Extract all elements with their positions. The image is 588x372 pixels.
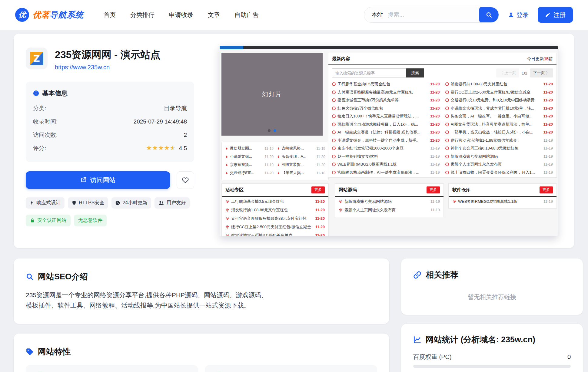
hot-item[interactable]: 小说爆文掘... 11-20 bbox=[225, 153, 274, 161]
section-item[interactable]: 浦发银行抽1.08-88元支付宝红包 11-20 bbox=[225, 206, 325, 214]
search-scope-select[interactable]: 本站 bbox=[364, 11, 388, 19]
nav-link[interactable]: 文章 bbox=[208, 11, 220, 19]
hot-item-date: 11-20 bbox=[264, 155, 274, 159]
latest-columns: 工行鹏华基金抽0.5元现金红包 11-20 支付宝语音唤醒服务抽最高88元支付宝… bbox=[328, 79, 556, 179]
latest-item[interactable]: 神州车友会周三抽0.18-88.8元微信红包 11-19 bbox=[445, 144, 553, 153]
nav-link[interactable]: 申请收录 bbox=[169, 11, 193, 19]
latest-item-date: 11-20 bbox=[430, 114, 440, 118]
new-icon bbox=[445, 91, 449, 94]
latest-item[interactable]: 小说推文实拍玩法，零成本零门槛10元/单，轻... 11-20 bbox=[445, 104, 553, 113]
section-item[interactable]: 工行鹏华基金抽0.5元现金红包 11-20 bbox=[225, 197, 325, 206]
latest-item[interactable]: 浦发银行抽1.08-88元支付宝红包 11-20 bbox=[445, 80, 553, 88]
gem-icon bbox=[225, 200, 229, 203]
latest-pagination: 〈 上一页 1/2 下一页 〉 bbox=[496, 68, 553, 77]
latest-item-date: 11-19 bbox=[543, 162, 553, 166]
security-badges: 安全认证网站 无恶意软件 bbox=[26, 215, 194, 226]
site-logo[interactable]: 优 优茗导航系统 bbox=[15, 8, 84, 22]
prev-page-button[interactable]: 〈 上一页 bbox=[496, 68, 519, 77]
rating-label: 评分: bbox=[33, 144, 46, 152]
latest-item[interactable]: 新版游戏账号交易网站源码 11-19 bbox=[445, 153, 553, 161]
main-nav: 首页分类排行申请收录文章自助广告 bbox=[104, 11, 259, 19]
badge-label: 24小时更新 bbox=[122, 200, 147, 206]
site-url-link[interactable]: https://www.235w.cn bbox=[55, 64, 110, 71]
hot-item[interactable]: 头条变现，A... 11-20 bbox=[277, 153, 325, 161]
more-button[interactable]: 更多 bbox=[427, 186, 440, 193]
latest-item[interactable]: 线上旧衣回收，闲置变黄金环保又利民，月入1... 11-19 bbox=[445, 169, 553, 177]
latest-item[interactable]: 蜜雪冰城雪王币抽3万份奶茶免单券 11-20 bbox=[332, 96, 440, 104]
section-item[interactable]: 新版游戏账号交易网站源码 11-19 bbox=[339, 197, 440, 206]
latest-item[interactable]: 素颜个人主页网址永久发布页 11-19 bbox=[445, 160, 553, 169]
latest-item-date: 11-20 bbox=[430, 138, 440, 143]
site-favicon: Z bbox=[26, 48, 48, 69]
stat-line: 百度权重 (PC) 0 bbox=[413, 353, 571, 361]
section-item[interactable]: 支付宝语音唤醒服务抽最高88元支付宝红包 11-20 bbox=[225, 214, 325, 223]
latest-item-date: 11-20 bbox=[543, 130, 553, 134]
latest-item[interactable]: 京东小红书发笔记领1000-2000个京豆 11-19 bbox=[332, 144, 440, 153]
latest-item[interactable]: 稳定日入1000+！快手无人直播带货新玩法，... 11-20 bbox=[332, 112, 440, 120]
page-title: 235资源网网 - 演示站点 bbox=[55, 49, 160, 61]
favorite-button[interactable] bbox=[177, 171, 194, 189]
hot-item[interactable]: AI图文带货... 11-20 bbox=[277, 161, 325, 169]
latest-item[interactable]: 红色火箭抽3万个微信红包 11-20 bbox=[332, 104, 440, 113]
flame-icon bbox=[277, 146, 280, 151]
latest-item[interactable]: 小说爆文掘金，黑科技一键全自动生成，新手... 11-20 bbox=[332, 137, 440, 145]
latest-item-title: 头条变现，AI一键改写、一键查重、小白可做... bbox=[451, 114, 542, 119]
more-button[interactable]: 更多 bbox=[311, 186, 325, 193]
latest-item[interactable]: 宫崎骏风格动画制作，AI一键生成流量暴涨，... 11-19 bbox=[332, 169, 440, 177]
latest-item[interactable]: 工行鹏华基金抽0.5元现金红包 11-20 bbox=[332, 80, 440, 88]
slideshow-dot[interactable] bbox=[268, 129, 271, 132]
hot-item[interactable]: 宫崎骏风格... 11-19 bbox=[277, 144, 325, 153]
latest-item[interactable]: AI一键生成全赛道（法律）科普视频 或其他赛... 11-20 bbox=[332, 128, 440, 137]
latest-item-date: 11-20 bbox=[430, 106, 440, 110]
hot-item[interactable]: 微信朋友圈... 11-19 bbox=[225, 144, 274, 153]
resource-search-button[interactable]: 搜索 bbox=[406, 68, 424, 77]
badge-label: HTTPS安全 bbox=[79, 200, 104, 206]
latest-item[interactable]: WEB界面RMBG2.0抠图离线1.1版 11-19 bbox=[332, 160, 440, 169]
slideshow-dot-active[interactable] bbox=[274, 129, 276, 132]
bottom-left-column: 网站SEO介绍 235资源网是一个专业的网络资源分享平台,提供各种PHP源码、网… bbox=[14, 258, 389, 372]
hot-item[interactable]: 【年底大揭... 11-18 bbox=[277, 169, 325, 177]
visit-site-button[interactable]: 访问网站 bbox=[26, 171, 170, 189]
nav-link[interactable]: 分类排行 bbox=[130, 11, 154, 19]
hot-item[interactable]: 交通银行8充... 11-20 bbox=[225, 169, 274, 177]
section-title: 网站源码 bbox=[339, 187, 357, 193]
preview-latest-box: 最新内容 今日更新15篇 搜索 〈 上一页 1/2 下一页 〉 bbox=[328, 53, 557, 178]
latest-item-date: 11-20 bbox=[543, 82, 553, 86]
login-link[interactable]: 登录 bbox=[508, 11, 529, 19]
hot-item[interactable]: 京东短视频... 11-19 bbox=[225, 161, 274, 169]
register-button[interactable]: 注册 bbox=[538, 7, 573, 23]
basic-info-title-text: 基本信息 bbox=[42, 89, 68, 97]
hot-item-title: 交通银行8充... bbox=[230, 170, 254, 176]
latest-item[interactable]: 支付宝语音唤醒服务抽最高88元支付宝红包 11-20 bbox=[332, 88, 440, 97]
search-input[interactable] bbox=[388, 12, 479, 18]
latest-item[interactable]: 一部手机，当天出收益，轻松日入5张+，小白... 11-20 bbox=[445, 128, 553, 137]
slideshow-dots bbox=[221, 129, 323, 132]
latest-item[interactable]: 赵一鸣签到抽零食/饮料 11-19 bbox=[332, 153, 440, 161]
section-header: 活动专区 更多 bbox=[222, 184, 328, 197]
section-item[interactable]: 蜜雪冰城雪王币抽3万份奶茶免单券 11-20 bbox=[225, 231, 325, 236]
section-title: 软件仓库 bbox=[452, 187, 470, 193]
latest-item[interactable]: 交通银行8充10元电费、和8充10元中国移动话费 11-20 bbox=[445, 96, 553, 104]
latest-item[interactable]: 头条变现，AI一键改写、一键查重、小白可做... 11-20 bbox=[445, 112, 553, 120]
rating-stars[interactable]: ★★★★★★★★★★ bbox=[146, 145, 176, 152]
login-label: 登录 bbox=[517, 11, 529, 19]
latest-item[interactable]: AI图文带货玩法，抖音母婴赛道新玩法，简单... 11-20 bbox=[445, 120, 553, 129]
next-page-button[interactable]: 下一页 〉 bbox=[530, 68, 553, 77]
section-item-date: 11-20 bbox=[315, 233, 325, 236]
section-item[interactable]: WEB界面RMBG2.0抠图离线1.1版 11-19 bbox=[452, 197, 553, 206]
search-button[interactable] bbox=[479, 7, 499, 23]
latest-item[interactable]: 建行劳动者港湾抽1-1.88元微信立减金 11-19 bbox=[445, 137, 553, 145]
latest-item[interactable]: 建行CC豆上架2-500元支付宝红包/微信立减金 11-20 bbox=[445, 88, 553, 97]
latest-item[interactable]: 两款靠谱全自动游戏搬砖项目，日入1k+，稳... 11-20 bbox=[332, 120, 440, 129]
latest-item-title: 神州车友会周三抽0.18-88.8元微信红包 bbox=[451, 146, 542, 151]
users-icon bbox=[158, 201, 164, 205]
section-item[interactable]: 建行CC豆上架2-500元支付宝红包/微信立减金 11-20 bbox=[225, 223, 325, 231]
latest-item-title: AI一键生成全赛道（法律）科普视频 或其他赛... bbox=[337, 130, 428, 135]
more-button[interactable]: 更多 bbox=[540, 186, 553, 193]
resource-search-input[interactable] bbox=[332, 68, 406, 77]
nav-link[interactable]: 自助广告 bbox=[234, 11, 259, 19]
register-label: 注册 bbox=[553, 11, 566, 19]
site-screenshot-preview[interactable]: 幻灯片 微信朋友圈... 11-19 宫崎骏风格... bbox=[220, 46, 558, 236]
nav-link[interactable]: 首页 bbox=[104, 11, 116, 19]
section-item[interactable]: 素颜个人主页网址永久发布页 11-19 bbox=[339, 206, 440, 214]
